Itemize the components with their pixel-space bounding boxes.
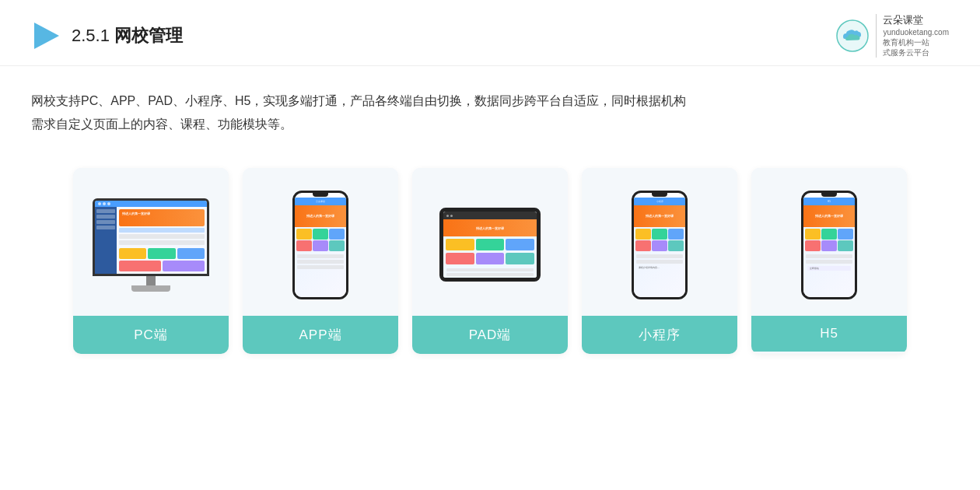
phone-banner: 招进人的第一堂好课 — [295, 205, 346, 227]
desc-line2: 需求自定义页面上的内容、课程、功能模块等。 — [31, 113, 949, 136]
tablet-card5 — [476, 253, 505, 264]
monitor-dot — [98, 202, 101, 205]
phone-notch — [313, 193, 328, 197]
phone-row1 — [297, 254, 344, 258]
h5-grid-item2 — [821, 229, 837, 240]
phone-h5-row2 — [806, 260, 852, 264]
sb-item3 — [96, 220, 115, 224]
tablet-card4 — [446, 253, 474, 264]
monitor-banner-text: 招进人的第一堂好课 — [122, 212, 150, 215]
cards-section: 招进人的第一堂好课 — [0, 145, 980, 377]
tablet-dot2 — [450, 215, 453, 217]
phone-h5-notch — [821, 193, 837, 197]
phone-content: 云朵课堂 招进人的第一堂好课 — [295, 198, 346, 297]
h5-grid-item3 — [838, 229, 853, 240]
phone-row2 — [297, 260, 344, 264]
mc5 — [163, 261, 205, 271]
monitor-banner: 招进人的第一堂好课 — [119, 209, 205, 226]
mini-grid-item5 — [652, 240, 667, 251]
page: 2.5.1 网校管理 云朵课堂 yunduoketang.com 教育机构一站 — [0, 0, 980, 490]
monitor-stand — [131, 276, 170, 292]
monitor-row3 — [119, 240, 205, 245]
tablet-mockup: 招进人的第一堂好课 — [439, 208, 541, 282]
card-h5-image: H5 招进人的第一堂好课 — [751, 168, 907, 316]
desc-line1: 网校支持PC、APP、PAD、小程序、H5，实现多端打通，产品各终端自由切换，数… — [31, 89, 949, 113]
monitor-base — [131, 285, 170, 292]
monitor-screen-inner: 招进人的第一堂好课 — [95, 201, 207, 274]
h5-cta: 立即报名 — [807, 266, 851, 271]
grid-item3 — [329, 229, 345, 240]
monitor-topbar — [95, 201, 207, 207]
monitor-content: 招进人的第一堂好课 — [95, 207, 207, 274]
phone-mini-topbar-text: 小程序 — [656, 200, 663, 203]
phone-mini-content: 小程序 招进人的第一堂好课 — [634, 198, 685, 297]
card-h5: H5 招进人的第一堂好课 — [751, 168, 907, 354]
tablet-card3 — [506, 239, 534, 250]
phone-h5-topbar: H5 — [803, 198, 855, 205]
phone-h5-banner: 招进人的第一堂好课 — [803, 205, 855, 227]
grid-item2 — [313, 229, 328, 240]
monitor-sidebar — [95, 207, 117, 274]
phone-banner-text: 招进人的第一堂好课 — [306, 214, 334, 218]
h5-grid-item4 — [805, 240, 821, 251]
card-pad-image: 招进人的第一堂好课 — [412, 168, 568, 316]
sb-item1 — [96, 209, 115, 213]
grid-item6 — [329, 240, 345, 251]
phone-mini-row2 — [636, 260, 683, 264]
tablet-row2 — [446, 273, 534, 276]
phone-mini-screen: 小程序 招进人的第一堂好课 — [634, 198, 685, 297]
phone-row3 — [297, 265, 344, 269]
mini-grid-item2 — [652, 229, 667, 240]
tablet-rows — [443, 267, 537, 278]
card-pc-image: 招进人的第一堂好课 — [73, 168, 229, 316]
monitor-row2 — [119, 234, 205, 239]
logo-texts: 云朵课堂 yunduoketang.com 教育机构一站 式服务云平台 — [876, 14, 949, 58]
phone-h5-mockup: H5 招进人的第一堂好课 — [801, 191, 857, 299]
monitor-row1 — [119, 228, 205, 233]
tablet-dot1 — [446, 215, 449, 217]
card-app-label: APP端 — [243, 316, 398, 354]
card-miniprogram-image: 小程序 招进人的第一堂好课 — [582, 168, 737, 316]
svg-marker-0 — [34, 23, 59, 49]
tablet-card2 — [476, 239, 505, 250]
card-pc-label: PC端 — [73, 316, 229, 354]
grid-item5 — [313, 240, 328, 251]
play-icon — [31, 21, 61, 51]
tablet-banner-text: 招进人的第一堂好课 — [476, 226, 504, 230]
phone-h5-banner-text: 招进人的第一堂好课 — [815, 214, 843, 218]
phone-miniprogram-mockup: 小程序 招进人的第一堂好课 — [632, 191, 688, 299]
logo-area: 云朵课堂 yunduoketang.com 教育机构一站 式服务云平台 — [835, 14, 949, 58]
monitor-mockup: 招进人的第一堂好课 — [93, 198, 209, 292]
mini-grid-item6 — [668, 240, 684, 251]
tablet-content — [443, 236, 537, 267]
logo-name: 云朵课堂 — [883, 14, 949, 27]
monitor-cards — [119, 248, 205, 259]
monitor-dot3 — [107, 202, 110, 205]
logo-tagline2: 教育机构一站 — [883, 37, 949, 47]
tablet-banner: 招进人的第一堂好课 — [443, 219, 537, 236]
card-app: 云朵课堂 招进人的第一堂好课 — [243, 168, 398, 354]
mc3 — [177, 248, 205, 259]
phone-h5-screen: H5 招进人的第一堂好课 — [803, 198, 855, 297]
tablet-topbar — [443, 212, 537, 219]
phone-h5-row1 — [806, 254, 852, 258]
tablet-card6 — [506, 253, 534, 264]
card-pad: 招进人的第一堂好课 — [412, 168, 568, 354]
monitor-main: 招进人的第一堂好课 — [117, 207, 207, 274]
monitor-rows — [119, 228, 205, 245]
tablet-screen: 招进人的第一堂好课 — [443, 212, 537, 278]
card-pad-label: PAD端 — [412, 316, 568, 354]
phone-mini-row1 — [636, 254, 683, 258]
monitor-body: 招进人的第一堂好课 — [93, 198, 209, 276]
card-h5-label: H5 — [751, 316, 907, 352]
logo-icon — [835, 19, 870, 53]
mini-desc: 课程介绍详情内容... — [636, 265, 683, 270]
h5-grid-item1 — [805, 229, 821, 240]
phone-mini-banner: 招进人的第一堂好课 — [634, 205, 685, 227]
phone-topbar: 云朵课堂 — [295, 198, 346, 205]
page-title: 2.5.1 网校管理 — [72, 24, 183, 47]
logo-tagline3: 式服务云平台 — [883, 47, 949, 58]
tablet-card1 — [446, 239, 474, 250]
mc2 — [148, 248, 175, 259]
header-left: 2.5.1 网校管理 — [31, 21, 183, 51]
